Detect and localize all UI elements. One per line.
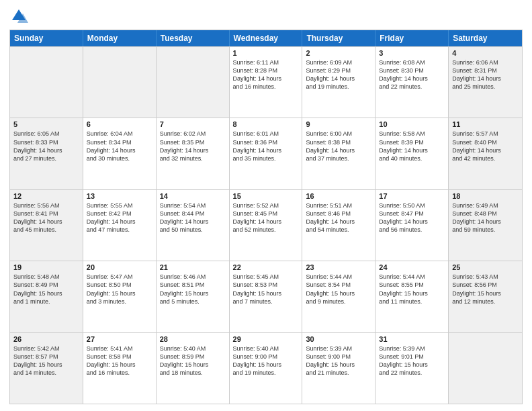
cell-info: Sunrise: 6:06 AM Sunset: 8:31 PM Dayligh… <box>452 58 519 91</box>
calendar-cell: 27Sunrise: 5:41 AM Sunset: 8:58 PM Dayli… <box>83 333 157 404</box>
calendar-row-2: 12Sunrise: 5:56 AM Sunset: 8:41 PM Dayli… <box>10 189 522 261</box>
day-number: 29 <box>233 335 299 343</box>
calendar-cell: 23Sunrise: 5:44 AM Sunset: 8:54 PM Dayli… <box>302 261 375 332</box>
cell-info: Sunrise: 6:04 AM Sunset: 8:34 PM Dayligh… <box>87 130 152 163</box>
calendar-cell: 13Sunrise: 5:55 AM Sunset: 8:42 PM Dayli… <box>83 190 157 261</box>
day-number: 4 <box>452 49 519 57</box>
calendar-cell: 9Sunrise: 6:00 AM Sunset: 8:38 PM Daylig… <box>302 118 375 189</box>
cell-info: Sunrise: 5:48 AM Sunset: 8:49 PM Dayligh… <box>13 273 79 306</box>
cell-info: Sunrise: 5:49 AM Sunset: 8:48 PM Dayligh… <box>452 201 519 234</box>
cell-info: Sunrise: 6:02 AM Sunset: 8:35 PM Dayligh… <box>160 130 226 163</box>
calendar-cell: 14Sunrise: 5:54 AM Sunset: 8:44 PM Dayli… <box>157 190 230 261</box>
day-number: 15 <box>233 192 299 200</box>
calendar-cell: 1Sunrise: 6:11 AM Sunset: 8:28 PM Daylig… <box>230 47 303 118</box>
day-number: 13 <box>87 192 152 200</box>
day-number: 6 <box>87 120 152 128</box>
calendar-header-thursday: Thursday <box>302 30 375 46</box>
calendar-cell: 19Sunrise: 5:48 AM Sunset: 8:49 PM Dayli… <box>10 261 83 332</box>
cell-info: Sunrise: 6:05 AM Sunset: 8:33 PM Dayligh… <box>13 130 79 163</box>
calendar-cell: 5Sunrise: 6:05 AM Sunset: 8:33 PM Daylig… <box>10 118 83 189</box>
calendar-cell: 26Sunrise: 5:42 AM Sunset: 8:57 PM Dayli… <box>10 333 83 404</box>
day-number: 26 <box>13 335 79 343</box>
calendar-cell: 10Sunrise: 5:58 AM Sunset: 8:39 PM Dayli… <box>375 118 449 189</box>
day-number: 14 <box>160 192 226 200</box>
calendar-cell: 6Sunrise: 6:04 AM Sunset: 8:34 PM Daylig… <box>83 118 157 189</box>
cell-info: Sunrise: 5:55 AM Sunset: 8:42 PM Dayligh… <box>87 201 152 234</box>
calendar-row-1: 5Sunrise: 6:05 AM Sunset: 8:33 PM Daylig… <box>10 118 522 189</box>
calendar-cell: 28Sunrise: 5:40 AM Sunset: 8:59 PM Dayli… <box>157 333 230 404</box>
calendar-cell: 22Sunrise: 5:45 AM Sunset: 8:53 PM Dayli… <box>230 261 303 332</box>
cell-info: Sunrise: 6:09 AM Sunset: 8:29 PM Dayligh… <box>306 58 371 91</box>
calendar-cell: 18Sunrise: 5:49 AM Sunset: 8:48 PM Dayli… <box>449 190 522 261</box>
cell-info: Sunrise: 5:42 AM Sunset: 8:57 PM Dayligh… <box>13 345 79 377</box>
calendar-header-row: SundayMondayTuesdayWednesdayThursdayFrid… <box>10 30 522 46</box>
cell-info: Sunrise: 5:52 AM Sunset: 8:45 PM Dayligh… <box>233 201 299 234</box>
day-number: 30 <box>306 335 371 343</box>
calendar-cell <box>83 47 157 118</box>
day-number: 10 <box>379 120 445 128</box>
calendar-header-monday: Monday <box>83 30 157 46</box>
calendar-header-friday: Friday <box>375 30 449 46</box>
calendar-cell <box>449 333 522 404</box>
cell-info: Sunrise: 5:50 AM Sunset: 8:47 PM Dayligh… <box>379 201 445 234</box>
day-number: 19 <box>13 263 79 271</box>
day-number: 1 <box>233 49 299 57</box>
calendar-cell: 25Sunrise: 5:43 AM Sunset: 8:56 PM Dayli… <box>449 261 522 332</box>
calendar-header-sunday: Sunday <box>10 30 83 46</box>
calendar-cell: 4Sunrise: 6:06 AM Sunset: 8:31 PM Daylig… <box>449 47 522 118</box>
day-number: 23 <box>306 263 371 271</box>
day-number: 31 <box>379 335 445 343</box>
cell-info: Sunrise: 6:00 AM Sunset: 8:38 PM Dayligh… <box>306 130 371 163</box>
calendar-header-saturday: Saturday <box>449 30 522 46</box>
cell-info: Sunrise: 5:39 AM Sunset: 9:01 PM Dayligh… <box>379 345 445 377</box>
calendar-cell: 31Sunrise: 5:39 AM Sunset: 9:01 PM Dayli… <box>375 333 449 404</box>
cell-info: Sunrise: 5:44 AM Sunset: 8:55 PM Dayligh… <box>379 273 445 306</box>
cell-info: Sunrise: 5:41 AM Sunset: 8:58 PM Dayligh… <box>87 345 152 377</box>
calendar-cell: 17Sunrise: 5:50 AM Sunset: 8:47 PM Dayli… <box>375 190 449 261</box>
day-number: 12 <box>13 192 79 200</box>
day-number: 20 <box>87 263 152 271</box>
calendar-cell: 8Sunrise: 6:01 AM Sunset: 8:36 PM Daylig… <box>230 118 303 189</box>
calendar-cell: 30Sunrise: 5:39 AM Sunset: 9:00 PM Dayli… <box>302 333 375 404</box>
day-number: 27 <box>87 335 152 343</box>
day-number: 8 <box>233 120 299 128</box>
calendar-cell: 21Sunrise: 5:46 AM Sunset: 8:51 PM Dayli… <box>157 261 230 332</box>
logo <box>9 7 31 26</box>
day-number: 18 <box>452 192 519 200</box>
day-number: 24 <box>379 263 445 271</box>
cell-info: Sunrise: 5:44 AM Sunset: 8:54 PM Dayligh… <box>306 273 371 306</box>
calendar-cell: 24Sunrise: 5:44 AM Sunset: 8:55 PM Dayli… <box>375 261 449 332</box>
calendar-cell: 20Sunrise: 5:47 AM Sunset: 8:50 PM Dayli… <box>83 261 157 332</box>
cell-info: Sunrise: 5:40 AM Sunset: 8:59 PM Dayligh… <box>160 345 226 377</box>
page: SundayMondayTuesdayWednesdayThursdayFrid… <box>0 0 532 411</box>
cell-info: Sunrise: 5:46 AM Sunset: 8:51 PM Dayligh… <box>160 273 226 306</box>
day-number: 28 <box>160 335 226 343</box>
cell-info: Sunrise: 5:40 AM Sunset: 9:00 PM Dayligh… <box>233 345 299 377</box>
calendar-body: 1Sunrise: 6:11 AM Sunset: 8:28 PM Daylig… <box>10 46 522 404</box>
day-number: 3 <box>379 49 445 57</box>
cell-info: Sunrise: 5:57 AM Sunset: 8:40 PM Dayligh… <box>452 130 519 163</box>
day-number: 21 <box>160 263 226 271</box>
calendar-cell: 16Sunrise: 5:51 AM Sunset: 8:46 PM Dayli… <box>302 190 375 261</box>
day-number: 17 <box>379 192 445 200</box>
calendar-cell: 29Sunrise: 5:40 AM Sunset: 9:00 PM Dayli… <box>230 333 303 404</box>
day-number: 11 <box>452 120 519 128</box>
calendar-header-wednesday: Wednesday <box>230 30 303 46</box>
calendar-row-4: 26Sunrise: 5:42 AM Sunset: 8:57 PM Dayli… <box>10 332 522 404</box>
cell-info: Sunrise: 6:11 AM Sunset: 8:28 PM Dayligh… <box>233 58 299 91</box>
day-number: 25 <box>452 263 519 271</box>
calendar-cell <box>10 47 83 118</box>
calendar-row-0: 1Sunrise: 6:11 AM Sunset: 8:28 PM Daylig… <box>10 46 522 118</box>
calendar: SundayMondayTuesdayWednesdayThursdayFrid… <box>9 30 523 404</box>
calendar-cell: 12Sunrise: 5:56 AM Sunset: 8:41 PM Dayli… <box>10 190 83 261</box>
day-number: 7 <box>160 120 226 128</box>
calendar-cell: 3Sunrise: 6:08 AM Sunset: 8:30 PM Daylig… <box>375 47 449 118</box>
cell-info: Sunrise: 5:58 AM Sunset: 8:39 PM Dayligh… <box>379 130 445 163</box>
day-number: 2 <box>306 49 371 57</box>
calendar-header-tuesday: Tuesday <box>157 30 230 46</box>
day-number: 22 <box>233 263 299 271</box>
cell-info: Sunrise: 5:45 AM Sunset: 8:53 PM Dayligh… <box>233 273 299 306</box>
day-number: 5 <box>13 120 79 128</box>
calendar-cell: 7Sunrise: 6:02 AM Sunset: 8:35 PM Daylig… <box>157 118 230 189</box>
logo-icon <box>9 7 28 26</box>
